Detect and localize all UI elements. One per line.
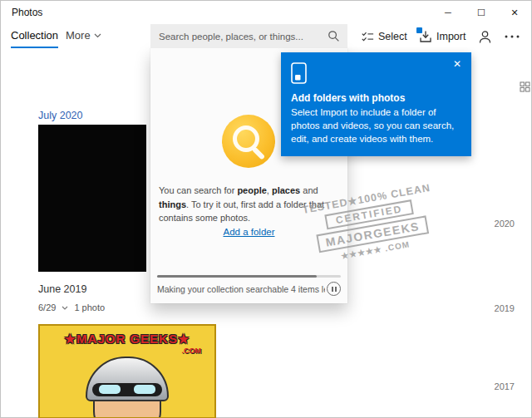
magnifier-handle-icon <box>252 146 265 160</box>
month-header-june-2019[interactable]: June 2019 <box>38 283 86 295</box>
pause-icon <box>332 287 333 292</box>
grid-icon <box>520 81 530 92</box>
tip-body: Select Import to include a folder of pho… <box>291 106 461 145</box>
promo-keyword-places: places <box>272 185 300 195</box>
majorgeeks-logo-text: ★MAJOR GEEKS★ <box>40 332 214 347</box>
zoom-grid-button[interactable] <box>520 81 530 91</box>
promo-text-part: and <box>300 185 318 195</box>
tab-more-label: More <box>66 27 91 45</box>
select-button-label: Select <box>378 31 407 42</box>
search-icon[interactable] <box>328 30 340 42</box>
chevron-down-icon <box>62 306 68 310</box>
cartoon-helmet <box>86 357 169 401</box>
window-title: Photos <box>12 7 42 18</box>
search-promo-icon <box>222 115 275 168</box>
folder-photos-icon <box>291 62 308 85</box>
search-promo-text: You can search for people, places and th… <box>159 184 342 225</box>
cartoon-face <box>93 400 161 418</box>
search-box[interactable] <box>150 24 347 48</box>
majorgeeks-name: MAJOR GEEKS <box>76 332 178 346</box>
goggle-lens <box>134 385 155 394</box>
minimize-button[interactable]: ─ <box>431 1 465 24</box>
majorgeeks-com-label: .COM <box>182 347 202 355</box>
account-button[interactable] <box>476 29 493 44</box>
import-button-label: Import <box>436 31 466 42</box>
add-a-folder-link[interactable]: Add a folder <box>150 227 347 237</box>
close-button[interactable]: ✕ <box>498 1 531 24</box>
ellipsis-icon <box>505 35 520 38</box>
photo-thumbnail-dark[interactable] <box>38 125 146 272</box>
group-photo-count: 1 photo <box>74 302 105 312</box>
photos-app-window: Photos ─ ☐ ✕ Collection More <box>0 0 532 418</box>
star-glyph: ★ <box>65 332 76 346</box>
toolbar: Collection More Select <box>1 24 531 49</box>
select-icon <box>361 31 374 42</box>
chevron-down-icon <box>94 33 101 38</box>
indexing-progress-fill <box>157 275 317 278</box>
timeline-year-2020[interactable]: 2020 <box>495 219 515 229</box>
pause-icon <box>335 287 337 292</box>
search-input[interactable] <box>150 32 328 42</box>
promo-keyword-people: people <box>237 185 266 195</box>
tab-collection[interactable]: Collection <box>11 27 58 48</box>
indexing-progress-bar <box>157 275 341 278</box>
group-date-label: 6/29 <box>38 302 56 312</box>
promo-text-part: You can search for <box>159 185 237 195</box>
photo-thumbnail-majorgeeks[interactable]: ★MAJOR GEEKS★ .COM <box>38 324 216 418</box>
promo-keyword-things: things <box>159 199 186 209</box>
tip-close-button[interactable]: ✕ <box>451 58 464 70</box>
timeline-year-2017[interactable]: 2017 <box>495 381 515 391</box>
month-header-july-2020[interactable]: July 2020 <box>38 110 83 121</box>
select-button[interactable]: Select <box>361 24 407 48</box>
goggle-lens <box>99 385 121 394</box>
see-more-button[interactable] <box>504 34 520 39</box>
tab-collection-label: Collection <box>11 27 58 45</box>
indexing-status-text: Making your collection searchable 4 item… <box>157 284 325 294</box>
maximize-button[interactable]: ☐ <box>465 1 498 24</box>
title-bar: Photos ─ ☐ ✕ <box>1 1 531 24</box>
indexing-status-row: Making your collection searchable 4 item… <box>157 282 341 296</box>
cartoon-goggles <box>92 383 162 396</box>
import-badge <box>416 27 422 33</box>
tip-title: Add folders with photos <box>291 92 461 104</box>
pause-indexing-button[interactable] <box>327 282 341 296</box>
june-group-meta[interactable]: 6/29 1 photo <box>38 302 105 312</box>
import-button[interactable]: Import <box>419 24 466 48</box>
star-glyph: ★ <box>178 332 190 346</box>
person-icon <box>478 30 492 44</box>
caption-buttons: ─ ☐ ✕ <box>431 1 531 24</box>
timeline-year-2019[interactable]: 2019 <box>495 303 515 313</box>
tab-more[interactable]: More <box>66 27 101 45</box>
import-teaching-tip: ✕ Add folders with photos Select Import … <box>281 52 471 156</box>
